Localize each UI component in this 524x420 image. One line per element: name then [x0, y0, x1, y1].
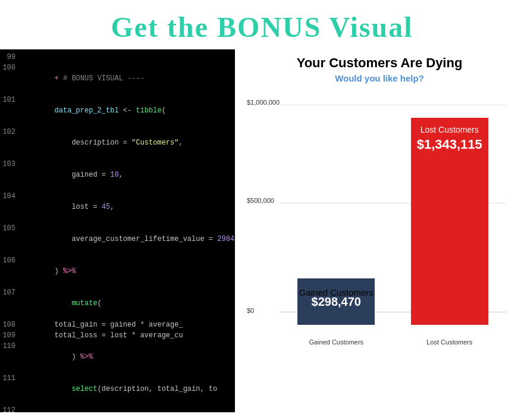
chart-area: $1,000,000 $500,000 $0 $298,470 — [247, 93, 512, 361]
code-text: total_loss = lost * average_cu — [20, 330, 183, 341]
chart-title: Your Customers Are Dying — [297, 55, 463, 71]
code-text: ) %>% — [20, 255, 76, 287]
line-num: 99 — [2, 52, 20, 62]
code-text: select(description, total_gain, to — [20, 373, 217, 405]
line-num: 112 — [2, 405, 20, 412]
bar-wrapper-lost: Lost Customers $1,343,115 — [393, 118, 507, 325]
code-text: + # BONUS VISUAL ---- — [20, 62, 145, 95]
x-axis-labels: Gained Customers Lost Customers — [280, 338, 506, 346]
chart-subtitle: Would you like help? — [335, 73, 424, 83]
code-line-100: 100 + # BONUS VISUAL ---- — [0, 62, 235, 95]
code-line-104: 104 lost = 45, — [0, 191, 235, 223]
line-num: 105 — [2, 223, 20, 255]
code-text: mutate( — [20, 287, 102, 319]
y-axis-label-0: $0 — [247, 307, 254, 314]
code-text: ) %>% — [20, 341, 93, 373]
code-line-101: 101 data_prep_2_tbl <- tibble( — [0, 95, 235, 127]
code-line-99: 99 — [0, 52, 235, 62]
line-num: 111 — [2, 373, 20, 405]
code-line-109: 109 total_loss = lost * average_cu — [0, 330, 235, 341]
bar-lost-labels: Lost Customers $1,343,115 — [417, 125, 482, 152]
bar-gained-value: $298,470 — [312, 295, 361, 309]
code-line-102: 102 description = "Customers", — [0, 127, 235, 159]
line-num: 108 — [2, 319, 20, 330]
code-line-112: 112 pivot_longer(-description) %>% — [0, 405, 235, 412]
code-text: average_customer_lifetime_value = 29847 — [20, 223, 235, 255]
code-text: pivot_longer(-description) %>% — [20, 405, 200, 412]
y-axis-label-500000: $500,000 — [247, 197, 274, 204]
code-text: gained = 10, — [20, 159, 123, 191]
bars-area: $298,470 Lost Customers $1,343,115 — [280, 105, 506, 325]
code-line-105: 105 average_customer_lifetime_value = 29… — [0, 223, 235, 255]
line-num: 110 — [2, 341, 20, 373]
line-num: 104 — [2, 191, 20, 223]
y-axis-label-1000000: $1,000,000 — [247, 99, 280, 106]
bar-lost-title: Lost Customers — [417, 125, 482, 134]
code-text: total_gain = gained * average_ — [20, 319, 183, 330]
line-num: 103 — [2, 159, 20, 191]
code-text: data_prep_2_tbl <- tibble( — [20, 95, 166, 127]
chart-panel: Your Customers Are Dying Would you like … — [235, 49, 524, 412]
line-num: 107 — [2, 287, 20, 319]
x-label-gained: Gained Customers — [280, 338, 393, 346]
code-line-110: 110 ) %>% — [0, 341, 235, 373]
x-label-lost: Lost Customers — [393, 338, 507, 346]
code-line-103: 103 gained = 10, — [0, 159, 235, 191]
code-line-107: 107 mutate( — [0, 287, 235, 319]
main-content: 99 100 + # BONUS VISUAL ---- 101 data_pr… — [0, 49, 524, 412]
code-panel: 99 100 + # BONUS VISUAL ---- 101 data_pr… — [0, 49, 235, 412]
bar-gained: $298,470 — [297, 278, 375, 325]
code-text: description = "Customers", — [20, 127, 183, 159]
page-title: Get the BONUS Visual — [0, 0, 524, 49]
code-line-106: 106 ) %>% — [0, 255, 235, 287]
line-num: 101 — [2, 95, 20, 127]
line-num: 106 — [2, 255, 20, 287]
code-text: lost = 45, — [20, 191, 114, 223]
code-line-111: 111 select(description, total_gain, to — [0, 373, 235, 405]
line-num: 100 — [2, 62, 20, 95]
line-num: 102 — [2, 127, 20, 159]
line-num: 109 — [2, 330, 20, 341]
bar-lost: Lost Customers $1,343,115 — [411, 118, 488, 325]
bar-lost-value: $1,343,115 — [417, 137, 482, 152]
bar-wrapper-gained: $298,470 — [280, 278, 393, 325]
code-line-108: 108 total_gain = gained * average_ — [0, 319, 235, 330]
